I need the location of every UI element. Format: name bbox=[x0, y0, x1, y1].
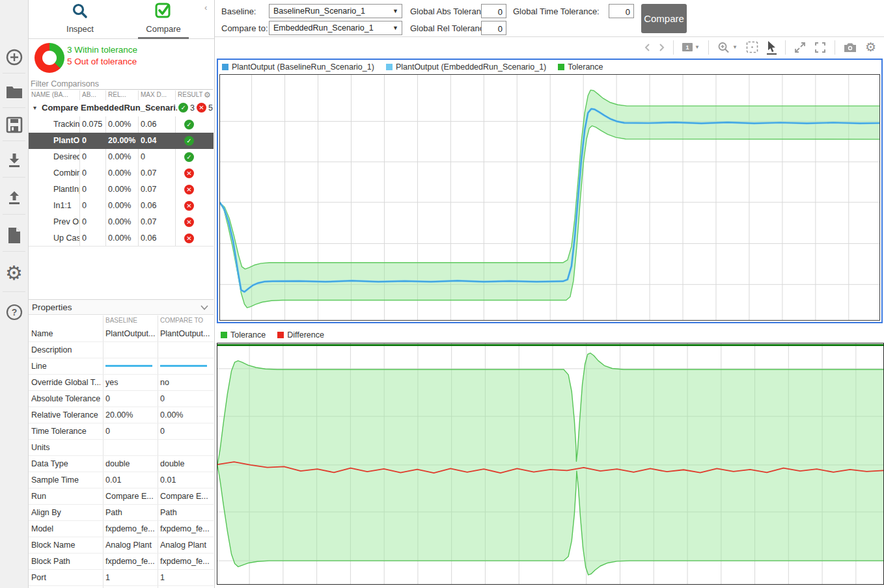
comparison-row[interactable]: PlantInp00.00%0.07✕ bbox=[29, 181, 214, 198]
prev-icon[interactable] bbox=[644, 43, 650, 52]
col-name[interactable]: NAME (BA... bbox=[31, 91, 68, 98]
top-plot-area[interactable] bbox=[219, 74, 880, 321]
property-row[interactable]: Sample Time0.010.01 bbox=[29, 472, 214, 488]
save-icon[interactable] bbox=[0, 109, 28, 140]
compare-to-value: Analog Plant bbox=[160, 541, 211, 550]
collapse-panel-icon[interactable]: ‹ bbox=[204, 3, 207, 12]
zoom-in-icon[interactable]: ▼ bbox=[717, 42, 738, 53]
global-time-tolerance-input[interactable] bbox=[609, 4, 634, 18]
tab-compare[interactable]: Compare bbox=[128, 3, 199, 34]
divider bbox=[673, 40, 674, 55]
property-row[interactable]: Block Pathfxpdemo_fe...fxpdemo_fe... bbox=[29, 554, 214, 570]
comparison-row[interactable]: Tracking0.0750.00%0.06✓ bbox=[29, 116, 214, 133]
property-row[interactable]: Absolute Tolerance00 bbox=[29, 391, 214, 407]
legend-item: PlantOutput (EmbeddedRun_Scenario_1) bbox=[386, 62, 546, 72]
col-abs[interactable]: AB... bbox=[82, 91, 96, 98]
property-label: Sample Time bbox=[31, 475, 100, 485]
compare-button[interactable]: Compare bbox=[641, 4, 687, 33]
property-row[interactable]: Port11 bbox=[29, 570, 214, 586]
properties-table: BASELINE COMPARE TO NamePlantOutput...Pl… bbox=[29, 315, 214, 588]
compare-to-dropdown[interactable]: EmbeddedRun_Scenario_1 ▼ bbox=[269, 21, 402, 35]
fit-to-view-icon[interactable] bbox=[746, 41, 758, 53]
add-icon[interactable] bbox=[0, 42, 28, 73]
max-difference-value: 0.04 bbox=[141, 136, 156, 145]
next-icon[interactable] bbox=[659, 43, 665, 52]
comparison-group-row[interactable]: ▾ Compare EmbeddedRun_Scenari... ✓ 3 ✕ 5 bbox=[29, 100, 214, 116]
baseline-dropdown[interactable]: BaselineRun_Scenario_1 ▼ bbox=[269, 4, 402, 18]
top-chart[interactable]: PlantOutput (BaselineRun_Scenario_1) Pla… bbox=[217, 59, 883, 323]
global-rel-tolerance-label: Global Rel Tolerance: bbox=[410, 23, 491, 33]
rel-tolerance-value: 0.00% bbox=[108, 120, 131, 129]
property-row[interactable]: Description bbox=[29, 342, 214, 358]
import-icon[interactable] bbox=[0, 146, 28, 177]
property-label: Units bbox=[31, 443, 100, 452]
gear-icon[interactable]: ⚙ bbox=[865, 41, 876, 53]
compare-to-value: 0 bbox=[160, 394, 211, 403]
comparison-row[interactable]: Prev Ou00.00%0.07✕ bbox=[29, 214, 214, 230]
bottom-chart[interactable] bbox=[217, 343, 884, 585]
comparison-row[interactable]: Combin00.00%0.07✕ bbox=[29, 165, 214, 181]
property-row[interactable]: NamePlantOutput...PlantOutput... bbox=[29, 326, 214, 342]
open-folder-icon[interactable] bbox=[0, 76, 28, 107]
table-settings-gear-icon[interactable]: ⚙ bbox=[204, 90, 211, 100]
help-icon[interactable]: ? bbox=[0, 297, 28, 328]
expand-triangle-icon[interactable]: ▾ bbox=[33, 104, 36, 111]
rel-tolerance-value: 20.00% bbox=[108, 136, 135, 145]
layout-icon[interactable]: 1 ▼ bbox=[682, 43, 700, 51]
top-chart-legend: PlantOutput (BaselineRun_Scenario_1) Pla… bbox=[218, 60, 881, 74]
within-tolerance-text: 3 Within tolerance bbox=[67, 45, 137, 55]
expand-icon[interactable] bbox=[794, 42, 806, 53]
col-max[interactable]: MAX D... bbox=[141, 91, 167, 98]
property-label: Override Global T... bbox=[31, 378, 100, 387]
property-row[interactable]: Align ByPathPath bbox=[29, 505, 214, 521]
pass-count: 3 bbox=[190, 103, 195, 113]
fullscreen-icon[interactable] bbox=[814, 42, 826, 53]
snapshot-camera-icon[interactable] bbox=[844, 42, 857, 53]
compare-to-value: EmbeddedRun_Scenario_1 bbox=[273, 23, 374, 33]
signal-name: Up Cast bbox=[53, 234, 79, 243]
comparison-row[interactable]: Desired00.00%0✓ bbox=[29, 149, 214, 165]
property-row[interactable]: Data Typedoubledouble bbox=[29, 456, 214, 472]
cursor-arrow-icon[interactable] bbox=[767, 40, 777, 55]
report-icon[interactable] bbox=[0, 220, 28, 251]
comparison-row[interactable]: PlantOu020.00%0.04✓ bbox=[29, 133, 214, 149]
comparison-row[interactable]: Up Cast00.00%0.06✕ bbox=[29, 230, 214, 247]
pass-icon: ✓ bbox=[184, 136, 194, 146]
property-row[interactable]: Units bbox=[29, 440, 214, 456]
legend-label: Difference bbox=[287, 330, 324, 340]
comparison-row[interactable]: In1:100.00%0.06✕ bbox=[29, 198, 214, 214]
left-toolbar: ⚙ ? bbox=[0, 0, 29, 588]
compare-to-value: 1 bbox=[160, 573, 211, 582]
comparison-rows: ▾ Compare EmbeddedRun_Scenari... ✓ 3 ✕ 5… bbox=[29, 100, 214, 247]
max-difference-value: 0.06 bbox=[141, 234, 156, 243]
global-rel-tolerance-input[interactable] bbox=[481, 21, 506, 35]
property-row[interactable]: RunCompare E...Compare E... bbox=[29, 488, 214, 505]
global-time-tolerance-label: Global Time Tolerance: bbox=[513, 7, 600, 16]
global-abs-tolerance-input[interactable] bbox=[481, 4, 506, 18]
property-row[interactable]: Override Global T...yesno bbox=[29, 375, 214, 391]
property-label: Model bbox=[31, 524, 100, 533]
tab-inspect[interactable]: Inspect bbox=[44, 3, 116, 34]
property-row[interactable]: Line bbox=[29, 358, 214, 375]
fail-icon: ✕ bbox=[184, 217, 194, 227]
legend-label: Tolerance bbox=[230, 330, 266, 340]
abs-tolerance-value: 0 bbox=[82, 185, 87, 194]
pass-icon: ✓ bbox=[178, 103, 188, 113]
legend-swatch-difference bbox=[277, 332, 284, 338]
comparison-table: NAME (BA... AB... REL... MAX D... RESULT… bbox=[29, 90, 214, 247]
line-style-swatch bbox=[105, 365, 152, 367]
settings-gear-icon[interactable]: ⚙ bbox=[0, 258, 28, 289]
rel-tolerance-value: 0.00% bbox=[108, 185, 131, 194]
baseline-value: 1 bbox=[105, 573, 155, 582]
col-rel[interactable]: REL... bbox=[108, 91, 126, 98]
properties-header[interactable]: Properties bbox=[29, 299, 214, 315]
filter-comparisons-input[interactable] bbox=[31, 78, 213, 90]
col-result[interactable]: RESULT bbox=[178, 91, 203, 98]
compare-to-value: no bbox=[160, 378, 211, 387]
export-icon[interactable] bbox=[0, 183, 28, 214]
signal-name: PlantInp bbox=[53, 185, 79, 194]
property-row[interactable]: Block NameAnalog PlantAnalog Plant bbox=[29, 537, 214, 554]
property-row[interactable]: Modelfxpdemo_fe...fxpdemo_fe... bbox=[29, 521, 214, 537]
property-row[interactable]: Time Tolerance00 bbox=[29, 423, 214, 440]
property-row[interactable]: Relative Tolerance20.00%0.00% bbox=[29, 407, 214, 423]
